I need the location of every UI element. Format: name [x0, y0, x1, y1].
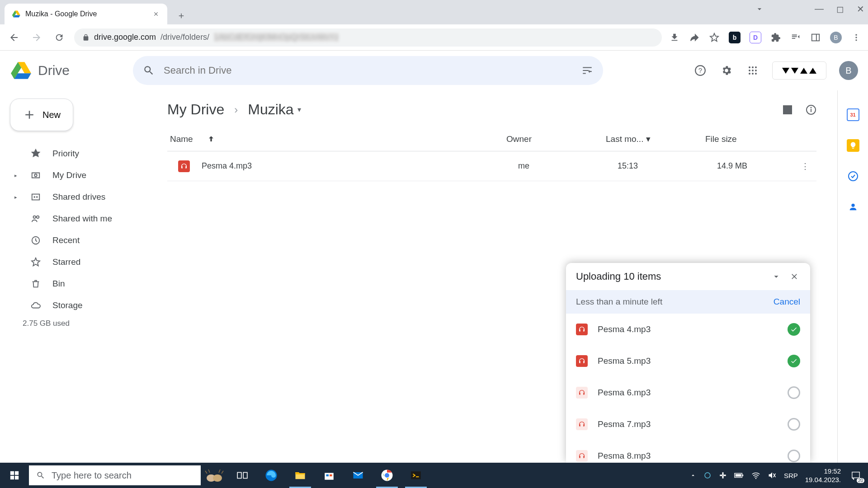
tray-notifications-icon[interactable]: 20: [848, 469, 863, 482]
sidebar-item-bin[interactable]: Bin: [7, 273, 156, 295]
nav-back-icon[interactable]: [6, 30, 22, 45]
svg-point-8: [752, 66, 754, 68]
tray-wifi-icon[interactable]: [751, 472, 760, 479]
col-name-label[interactable]: Name: [170, 134, 193, 144]
new-tab-button[interactable]: [173, 7, 190, 24]
taskbar-chrome-icon[interactable]: [373, 463, 401, 488]
support-icon[interactable]: ?: [693, 64, 707, 77]
settings-gear-icon[interactable]: [720, 64, 733, 77]
sidebar-item-storage[interactable]: Storage: [7, 295, 156, 316]
reading-list-icon[interactable]: [790, 32, 801, 43]
window-maximize-icon[interactable]: ◻: [836, 4, 844, 14]
expand-icon[interactable]: ▸: [14, 194, 19, 200]
extension-d-icon[interactable]: D: [750, 32, 761, 43]
calendar-addon-icon[interactable]: 31: [847, 108, 859, 121]
taskbar-explorer-icon[interactable]: [286, 463, 315, 488]
drive-logo[interactable]: Drive: [10, 59, 70, 82]
chevron-down-icon: ▾: [297, 105, 301, 114]
tray-sync-icon[interactable]: [703, 471, 712, 479]
new-button[interactable]: New: [10, 99, 73, 131]
upload-close-icon[interactable]: [788, 272, 800, 281]
keep-addon-icon[interactable]: [847, 139, 859, 152]
sidebar-item-recent[interactable]: Recent: [7, 230, 156, 251]
svg-rect-37: [325, 473, 334, 480]
breadcrumb-current[interactable]: Muzika ▾: [248, 101, 301, 118]
upload-item[interactable]: Pesma 6.mp3: [566, 377, 810, 408]
browser-tab[interactable]: Muzika - Google Drive: [5, 4, 167, 24]
upload-cancel-button[interactable]: Cancel: [774, 297, 800, 307]
my-drive-icon: [30, 170, 42, 180]
tray-battery-icon[interactable]: [734, 472, 744, 479]
search-options-icon[interactable]: [581, 65, 593, 76]
grid-view-icon[interactable]: [782, 104, 793, 115]
tray-slack-icon[interactable]: [719, 471, 727, 479]
sidebar-item-starred[interactable]: Starred: [7, 251, 156, 273]
main-content: My Drive › Muzika ▾ Name Owner La: [163, 90, 837, 463]
taskbar-search[interactable]: Type here to search: [29, 465, 201, 485]
file-row[interactable]: Pesma 4.mp3 me 15:13 14.9 MB ⋮: [167, 151, 816, 181]
col-owner-label[interactable]: Owner: [506, 134, 606, 144]
news-widget-icon[interactable]: [201, 466, 228, 484]
upload-minimize-icon[interactable]: [770, 272, 782, 282]
contacts-addon-icon[interactable]: [847, 201, 859, 213]
nav-label: Priority: [52, 149, 79, 159]
sort-arrow-icon[interactable]: [207, 135, 216, 144]
upload-item[interactable]: Pesma 7.mp3: [566, 408, 810, 440]
sidebar-item-priority[interactable]: Priority: [7, 143, 156, 164]
starred-icon: [30, 257, 42, 267]
google-account-avatar[interactable]: B: [839, 61, 858, 80]
svg-rect-55: [852, 472, 859, 478]
taskbar-terminal-icon[interactable]: [401, 463, 430, 488]
taskbar-edge-icon[interactable]: [257, 463, 286, 488]
upload-pending-icon: [788, 386, 800, 399]
file-size: 14.9 MB: [717, 161, 794, 171]
file-more-icon[interactable]: ⋮: [794, 161, 816, 171]
organization-logo: [772, 61, 826, 80]
tabs-dropdown-icon[interactable]: [755, 5, 764, 14]
tab-close-icon[interactable]: [152, 10, 160, 18]
taskbar-mail-icon[interactable]: [344, 463, 373, 488]
taskbar-store-icon[interactable]: [315, 463, 344, 488]
nav-reload-icon[interactable]: [52, 30, 67, 45]
file-owner: me: [518, 161, 618, 171]
chrome-menu-icon[interactable]: [851, 32, 862, 43]
tray-datetime[interactable]: 19:52 19.04.2023.: [805, 467, 841, 484]
tray-language[interactable]: SRP: [784, 472, 798, 479]
list-header: Name Owner Last mo... ▾ File size: [167, 127, 816, 151]
bookmark-star-icon[interactable]: [709, 32, 720, 43]
window-close-icon[interactable]: ✕: [857, 4, 864, 14]
install-app-icon[interactable]: [669, 32, 680, 43]
side-panel-icon[interactable]: [810, 32, 821, 43]
chevron-down-icon[interactable]: ▾: [646, 134, 651, 144]
tray-volume-icon[interactable]: [768, 471, 777, 479]
audio-file-icon: [576, 418, 588, 430]
svg-text:?: ?: [698, 66, 702, 74]
address-bar[interactable]: drive.google.com/drive/folders/1AbCdEfGh…: [74, 28, 662, 47]
extensions-puzzle-icon[interactable]: [770, 32, 781, 43]
col-modified-label[interactable]: Last mo...: [606, 134, 643, 144]
google-apps-icon[interactable]: [746, 64, 760, 77]
expand-icon[interactable]: ▸: [14, 173, 19, 178]
start-button[interactable]: [0, 463, 29, 488]
details-info-icon[interactable]: [806, 104, 816, 115]
file-modified: 15:13: [618, 161, 717, 171]
window-minimize-icon[interactable]: —: [815, 4, 824, 14]
sidebar-item-my-drive[interactable]: ▸ My Drive: [7, 164, 156, 186]
tasks-addon-icon[interactable]: [847, 170, 859, 183]
col-size-label[interactable]: File size: [705, 134, 782, 144]
tray-expand-icon[interactable]: [690, 472, 696, 479]
search-bar[interactable]: [133, 56, 603, 85]
upload-item[interactable]: Pesma 4.mp3: [566, 314, 810, 345]
sidebar-item-shared-drives[interactable]: ▸ Shared drives: [7, 186, 156, 208]
sidebar-item-shared-with-me[interactable]: Shared with me: [7, 208, 156, 230]
svg-point-12: [755, 70, 757, 71]
nav-label: Recent: [52, 235, 80, 245]
chrome-profile-avatar[interactable]: B: [830, 32, 842, 43]
search-input[interactable]: [164, 65, 572, 76]
task-view-icon[interactable]: [228, 463, 257, 488]
upload-item[interactable]: Pesma 8.mp3: [566, 440, 810, 463]
upload-item[interactable]: Pesma 5.mp3: [566, 345, 810, 377]
share-icon[interactable]: [689, 32, 700, 43]
extension-b-icon[interactable]: b: [729, 32, 741, 43]
breadcrumb-root[interactable]: My Drive: [167, 101, 224, 118]
